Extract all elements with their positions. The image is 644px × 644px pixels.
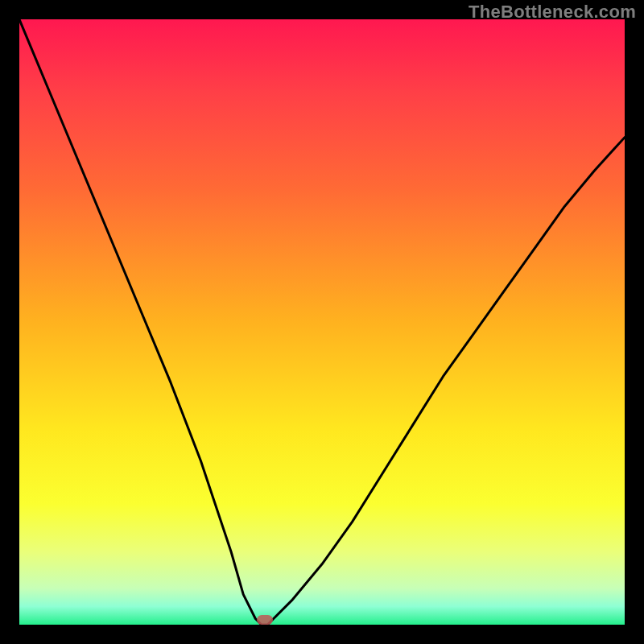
bottleneck-curve-path (19, 19, 625, 625)
chart-area (19, 19, 625, 625)
watermark-text: TheBottleneck.com (469, 2, 636, 23)
optimal-marker (257, 615, 273, 625)
bottleneck-curve-svg (19, 19, 625, 625)
